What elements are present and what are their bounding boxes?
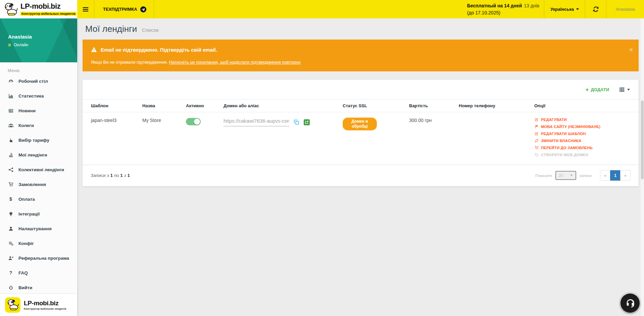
statistics-icon [8, 93, 14, 99]
logo-title: LP-mobi.biz [20, 2, 77, 10]
close-icon[interactable] [629, 48, 633, 52]
col-header-template: Шаблон [83, 100, 140, 112]
option-go-to-orders[interactable]: ПЕРЕЙТИ ДО ЗАМОВЛЕНЬ [534, 146, 636, 150]
columns-toggle-button[interactable] [619, 87, 630, 92]
create-web-domain-icon [534, 153, 539, 157]
footer-logo-title: LP-mobi.biz [24, 300, 66, 307]
sidebar-item-dashboard[interactable]: Робочий стіл [0, 74, 77, 88]
col-header-price: Вартість [406, 100, 456, 112]
menu-section-label: Меню [0, 62, 77, 74]
app-logo[interactable]: LP-mobi.biz Конструктор мобильных лендин… [0, 0, 77, 18]
pagination-page-1[interactable]: 1 [610, 170, 621, 181]
page-title: Мої лендінги [85, 24, 137, 34]
active-toggle[interactable] [186, 118, 201, 125]
vertical-scrollbar[interactable] [641, 18, 644, 316]
sidebar-item-label: Новини [18, 108, 36, 113]
sidebar-item-statistics[interactable]: Статистика [0, 88, 77, 103]
sidebar-item-integrations[interactable]: Інтеграції [0, 206, 77, 221]
pagination-prev[interactable]: « [600, 170, 610, 181]
sidebar-item-label: Колективні лендінги [18, 167, 64, 172]
language-label: Українська [550, 7, 574, 12]
col-header-ssl: Статус SSL [340, 100, 406, 112]
header-username[interactable]: Anastasia [606, 7, 644, 12]
records-label: записи [580, 174, 592, 178]
sidebar-item-label: Конфіг [18, 241, 34, 246]
sidebar-item-news[interactable]: Новини [0, 103, 77, 118]
hamburger-menu-icon[interactable] [77, 0, 94, 18]
config-icon [8, 241, 14, 246]
header-divider [154, 0, 154, 18]
sidebar-item-my-landings[interactable]: Мої лендінги [0, 147, 77, 162]
card-toolbar: + ДОДАТИ [83, 80, 639, 99]
option-edit[interactable]: РЕДАГУВАТИ [534, 118, 636, 122]
edit-template-icon [534, 132, 539, 136]
sidebar-item-payment[interactable]: $Оплата [0, 192, 77, 206]
records-info: Записи з 1 по 1 з 1 [91, 173, 130, 178]
sidebar-item-collective-landings[interactable]: Колективні лендінги [0, 162, 77, 177]
option-change-owner[interactable]: ЗМІНИТИ ВЛАСНИКА [534, 139, 636, 143]
option-edit-template[interactable]: РЕДАГУВАТИ ШАБЛОН [534, 132, 636, 136]
sidebar-item-label: Інтеграції [18, 211, 40, 216]
support-link[interactable]: ТЕХПІДТРИМКА [94, 0, 154, 18]
language-selector[interactable]: Українська [544, 0, 585, 18]
ssl-status-badge: Домен в обробці [343, 118, 377, 130]
collective-landings-icon [8, 167, 14, 172]
sidebar-item-settings[interactable]: Налаштування [0, 221, 77, 236]
option-site-language[interactable]: МОВА САЙТУ (НЕЗМІНЮВАНЕ) [534, 125, 636, 129]
colleagues-icon [8, 123, 14, 128]
sidebar-item-faq[interactable]: ?FAQ [0, 265, 77, 280]
resend-confirmation-link[interactable]: Натисніть це посилання, щоб надіслати пі… [169, 60, 301, 65]
support-label: ТЕХПІДТРИМКА [103, 7, 137, 12]
table-row: japan-steel3 My Store Домен в обробці 30… [83, 112, 639, 165]
chat-widget[interactable] [621, 294, 640, 313]
sidebar-item-label: Вийти [18, 285, 32, 290]
refresh-icon [593, 6, 599, 12]
sidebar-item-tariff[interactable]: Вибір тарифу [0, 133, 77, 147]
copy-icon[interactable] [294, 119, 299, 125]
cell-phone [456, 112, 532, 165]
trial-until-date: (до 17.10.2025) [467, 9, 540, 16]
logo-subtitle: Конструктор мобильных лендингов [20, 12, 77, 16]
toggle-knob [194, 119, 200, 125]
table-header-row: Шаблон Назва Активно Домен або аліас Ста… [83, 100, 639, 112]
top-header: LP-mobi.biz Конструктор мобильных лендин… [0, 0, 644, 18]
sidebar-item-label: Робочий стіл [18, 79, 48, 84]
referral-icon [8, 256, 14, 261]
integrations-icon [8, 211, 14, 216]
footer-logo-subtitle: Конструктор мобільних лендінгів [24, 307, 66, 310]
col-header-options: Опції [532, 100, 639, 112]
orders-icon [8, 182, 14, 187]
sidebar-item-referral[interactable]: Реферальна програма [0, 251, 77, 265]
header-bar: ТЕХПІДТРИМКА Бесплатный на 14 дней13 дні… [77, 0, 644, 18]
cell-template: japan-steel3 [83, 112, 140, 165]
dashboard-icon [8, 79, 14, 84]
open-link-icon[interactable] [304, 119, 310, 125]
sidebar-item-config[interactable]: Конфіг [0, 236, 77, 251]
sidebar: Anastasia Онлайн Меню Робочий стіл Стати… [0, 18, 77, 316]
sidebar-item-label: Мої лендінги [18, 152, 47, 157]
sidebar-item-logout[interactable]: Вийти [0, 280, 77, 294]
page-header: Мої лендінги Список [77, 18, 644, 37]
show-label: Показати [535, 174, 552, 178]
page-size-select[interactable]: 20 [555, 171, 576, 180]
sidebar-item-label: FAQ [18, 270, 28, 275]
sidebar-footer-logo[interactable]: LP-mobi.biz Конструктор мобільних лендін… [0, 294, 77, 316]
cell-price: 300.00 грн [406, 112, 456, 165]
alert-message: Якщо Ви не отримали підтвердження. [91, 60, 169, 65]
trial-plan-name: Бесплатный на 14 дней [467, 3, 522, 8]
add-button[interactable]: + ДОДАТИ [586, 87, 609, 92]
domain-input[interactable] [224, 118, 289, 126]
sidebar-menu: Робочий стіл Статистика Новини Колеги Ви… [0, 74, 77, 294]
scrollbar-thumb[interactable] [641, 101, 644, 179]
sidebar-item-orders[interactable]: Замовлення [0, 177, 77, 192]
add-button-label: ДОДАТИ [591, 87, 609, 92]
logout-icon [8, 285, 14, 290]
page-size-value: 20 [559, 173, 563, 178]
pagination-next[interactable]: » [620, 170, 631, 181]
sidebar-item-colleagues[interactable]: Колеги [0, 118, 77, 133]
sidebar-item-label: Колеги [18, 123, 34, 128]
language-icon [534, 125, 539, 129]
sidebar-item-label: Оплата [18, 197, 35, 202]
email-alert: Email не підтверджено. Підтвердіть свій … [83, 40, 639, 71]
refresh-button[interactable] [585, 0, 606, 18]
